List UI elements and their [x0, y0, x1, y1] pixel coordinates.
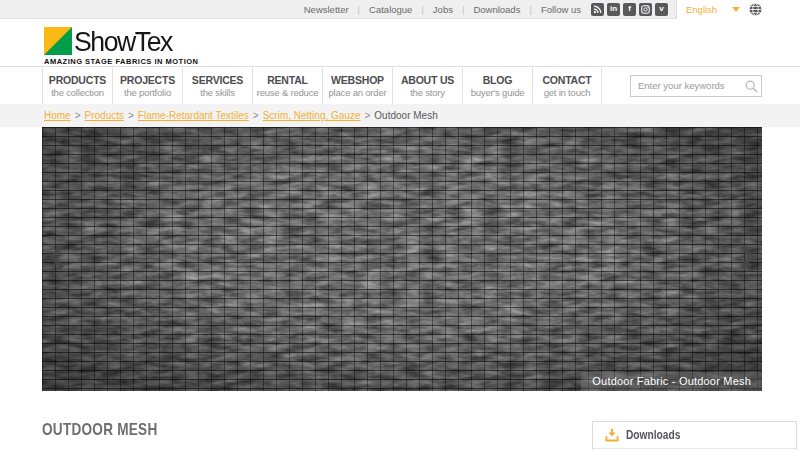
language-selector[interactable]: English: [676, 0, 800, 19]
linkedin-icon[interactable]: in: [607, 3, 620, 16]
breadcrumb-band: Home > Products > Flame-Retardant Textil…: [0, 104, 800, 127]
search-box: [630, 75, 762, 97]
site-header: ShowTex AMAZING STAGE FABRICS IN MOTION: [0, 19, 800, 66]
mesh-texture: [42, 127, 762, 391]
topbar-link-catalogue[interactable]: Catalogue: [360, 4, 421, 15]
social-icons: in f v: [588, 3, 668, 16]
language-selected: English: [686, 4, 717, 15]
breadcrumb-current: Outdoor Mesh: [374, 110, 437, 121]
topbar-link-downloads[interactable]: Downloads: [464, 4, 529, 15]
utility-bar: Newsletter | Catalogue | Jobs | Download…: [0, 0, 800, 19]
nav-item-projects[interactable]: PROJECTS the portfolio: [112, 67, 182, 104]
page-title: OUTDOOR MESH: [42, 420, 157, 440]
globe-icon: [749, 3, 762, 16]
downloads-panel: Downloads: [592, 421, 797, 450]
download-icon: [605, 428, 619, 442]
showtex-logo[interactable]: ShowTex AMAZING STAGE FABRICS IN MOTION: [44, 19, 199, 66]
topbar-link-newsletter[interactable]: Newsletter: [295, 4, 358, 15]
nav-item-about-us[interactable]: ABOUT US the story: [392, 67, 462, 104]
nav-item-products[interactable]: PRODUCTS the collection: [42, 67, 112, 104]
topbar-link-jobs[interactable]: Jobs: [424, 4, 462, 15]
search-icon[interactable]: [745, 79, 758, 97]
vimeo-icon[interactable]: v: [655, 3, 668, 16]
downloads-header[interactable]: Downloads: [593, 422, 796, 449]
rss-icon[interactable]: [591, 3, 604, 16]
breadcrumb: Home > Products > Flame-Retardant Textil…: [44, 110, 438, 121]
nav-item-rental[interactable]: RENTAL reuse & reduce: [252, 67, 322, 104]
follow-us-label: Follow us: [532, 4, 588, 15]
carousel-next-button[interactable]: [739, 243, 755, 275]
brand-tagline: AMAZING STAGE FABRICS IN MOTION: [44, 57, 199, 66]
breadcrumb-scrim-netting-gauze[interactable]: Scrim, Netting, Gauze: [263, 110, 361, 121]
breadcrumb-home[interactable]: Home: [44, 110, 71, 121]
brand-name: ShowTex: [74, 28, 172, 55]
search-input[interactable]: [630, 75, 762, 97]
breadcrumb-products[interactable]: Products: [85, 110, 124, 121]
main-navigation: PRODUCTS the collection PROJECTS the por…: [0, 66, 800, 104]
nav-item-blog[interactable]: BLOG buyer's guide: [462, 67, 532, 104]
instagram-icon[interactable]: [639, 3, 652, 16]
nav-item-services[interactable]: SERVICES the skills: [182, 67, 252, 104]
logo-mark: [44, 27, 72, 55]
chevron-down-icon: [732, 7, 740, 12]
breadcrumb-flame-retardant[interactable]: Flame-Retardant Textiles: [138, 110, 249, 121]
facebook-icon[interactable]: f: [623, 3, 636, 16]
downloads-label: Downloads: [626, 428, 680, 442]
product-hero-image: Outdoor Fabric - Outdoor Mesh: [42, 127, 762, 391]
carousel-prev-button[interactable]: [49, 243, 65, 275]
image-caption: Outdoor Fabric - Outdoor Mesh: [581, 372, 762, 391]
nav-item-webshop[interactable]: WEBSHOP place an order: [322, 67, 392, 104]
nav-item-contact[interactable]: CONTACT get in touch: [532, 67, 602, 104]
